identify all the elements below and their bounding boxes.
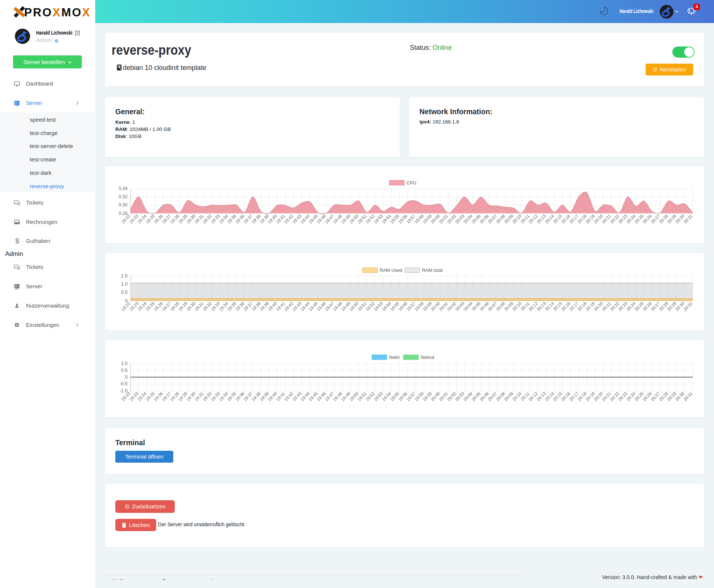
svg-text:20:25: 20:25	[634, 301, 644, 312]
svg-text:19:53: 19:53	[373, 301, 384, 312]
svg-text:20:31: 20:31	[683, 391, 694, 402]
svg-text:20:30: 20:30	[675, 213, 685, 224]
svg-text:19:33: 19:33	[210, 213, 221, 224]
svg-text:19:55: 19:55	[389, 391, 400, 402]
svg-text:20:16: 20:16	[560, 213, 571, 224]
svg-text:19:49: 19:49	[340, 391, 351, 402]
svg-text:19:31: 19:31	[194, 391, 205, 402]
svg-text:19:41: 19:41	[275, 301, 286, 312]
svg-text:19:57: 19:57	[406, 391, 416, 402]
svg-text:19:37: 19:37	[242, 301, 253, 312]
svg-text:19:59: 19:59	[422, 213, 432, 224]
svg-text:20:30: 20:30	[675, 301, 685, 312]
svg-text:19:58: 19:58	[414, 301, 424, 312]
svg-text:20:18: 20:18	[577, 301, 588, 312]
svg-text:0.5: 0.5	[121, 290, 128, 295]
svg-text:20:15: 20:15	[552, 391, 563, 402]
svg-text:20:25: 20:25	[634, 391, 644, 402]
svg-text:20:07: 20:07	[487, 391, 498, 402]
svg-text:20:26: 20:26	[642, 301, 653, 312]
svg-text:20:22: 20:22	[609, 213, 620, 224]
svg-text:20:20: 20:20	[593, 391, 604, 402]
svg-text:20:13: 20:13	[536, 391, 547, 402]
svg-text:19:38: 19:38	[251, 301, 261, 312]
svg-text:20:09: 20:09	[503, 301, 514, 312]
svg-text:20:31: 20:31	[683, 301, 694, 312]
svg-text:19:36: 19:36	[234, 301, 245, 312]
svg-text:20:10: 20:10	[511, 391, 522, 402]
svg-text:19:26: 19:26	[153, 301, 164, 312]
svg-text:19:58: 19:58	[414, 213, 424, 224]
svg-text:19:38: 19:38	[251, 213, 261, 224]
svg-text:19:52: 19:52	[365, 301, 376, 312]
svg-text:20:21: 20:21	[601, 391, 612, 402]
svg-text:20:03: 20:03	[454, 301, 465, 312]
svg-text:19:45: 19:45	[308, 213, 319, 224]
svg-text:20:00: 20:00	[430, 301, 441, 312]
svg-text:20:18: 20:18	[577, 213, 588, 224]
svg-text:19:29: 19:29	[177, 391, 188, 402]
svg-text:20:08: 20:08	[495, 391, 506, 402]
svg-text:20:29: 20:29	[666, 213, 677, 224]
svg-text:20:19: 20:19	[585, 213, 596, 224]
svg-text:19:47: 19:47	[324, 301, 335, 312]
svg-text:19:40: 19:40	[267, 213, 278, 224]
svg-text:20:05: 20:05	[471, 301, 482, 312]
svg-text:19:28: 19:28	[169, 301, 180, 312]
svg-text:20:01: 20:01	[438, 301, 449, 312]
svg-text:19:27: 19:27	[161, 391, 172, 402]
svg-text:Netout: Netout	[421, 355, 434, 360]
svg-text:20:19: 20:19	[585, 391, 596, 402]
svg-text:0: 0	[125, 375, 128, 380]
svg-text:1.0: 1.0	[121, 361, 128, 366]
svg-text:20:03: 20:03	[454, 391, 465, 402]
svg-text:19:51: 19:51	[357, 391, 367, 402]
svg-text:19:43: 19:43	[292, 391, 302, 402]
svg-text:19:42: 19:42	[283, 213, 294, 224]
svg-text:20:03: 20:03	[454, 213, 465, 224]
svg-text:20:16: 20:16	[560, 391, 571, 402]
svg-text:20:17: 20:17	[569, 391, 579, 402]
svg-text:19:33: 19:33	[210, 301, 221, 312]
svg-text:20:08: 20:08	[495, 301, 506, 312]
svg-text:19:30: 19:30	[186, 301, 196, 312]
svg-text:19:30: 19:30	[186, 213, 196, 224]
svg-text:19:23: 19:23	[128, 213, 139, 224]
svg-text:0.30: 0.30	[119, 202, 128, 208]
svg-text:20:06: 20:06	[479, 301, 490, 312]
svg-text:19:28: 19:28	[169, 213, 180, 224]
svg-text:19:50: 19:50	[348, 391, 359, 402]
svg-text:20:23: 20:23	[617, 391, 628, 402]
svg-text:Netin: Netin	[389, 355, 400, 360]
svg-text:19:55: 19:55	[389, 301, 400, 312]
svg-text:19:27: 19:27	[161, 213, 172, 224]
svg-text:20:08: 20:08	[495, 213, 506, 224]
svg-text:19:58: 19:58	[414, 391, 424, 402]
svg-text:20:31: 20:31	[683, 213, 694, 224]
svg-text:19:40: 19:40	[267, 391, 278, 402]
svg-text:19:39: 19:39	[259, 213, 270, 224]
svg-text:20:21: 20:21	[601, 213, 612, 224]
svg-text:20:18: 20:18	[577, 391, 588, 402]
svg-text:RAM total: RAM total	[422, 268, 443, 273]
svg-text:19:27: 19:27	[161, 301, 172, 312]
svg-text:19:41: 19:41	[275, 213, 286, 224]
svg-text:19:57: 19:57	[406, 213, 416, 224]
svg-text:19:48: 19:48	[332, 391, 343, 402]
svg-text:20:23: 20:23	[617, 213, 628, 224]
svg-text:20:05: 20:05	[471, 391, 482, 402]
svg-text:20:27: 20:27	[650, 391, 661, 402]
svg-text:19:53: 19:53	[373, 213, 384, 224]
svg-text:20:09: 20:09	[503, 213, 514, 224]
svg-text:20:29: 20:29	[666, 301, 677, 312]
svg-text:19:32: 19:32	[202, 213, 213, 224]
svg-text:19:39: 19:39	[259, 301, 270, 312]
svg-text:19:52: 19:52	[365, 213, 376, 224]
svg-text:20:15: 20:15	[552, 301, 563, 312]
svg-text:19:46: 19:46	[316, 301, 327, 312]
svg-text:20:10: 20:10	[511, 301, 522, 312]
svg-text:19:32: 19:32	[202, 391, 213, 402]
svg-text:0.32: 0.32	[119, 194, 128, 199]
svg-text:20:27: 20:27	[650, 301, 661, 312]
svg-text:20:22: 20:22	[609, 301, 620, 312]
